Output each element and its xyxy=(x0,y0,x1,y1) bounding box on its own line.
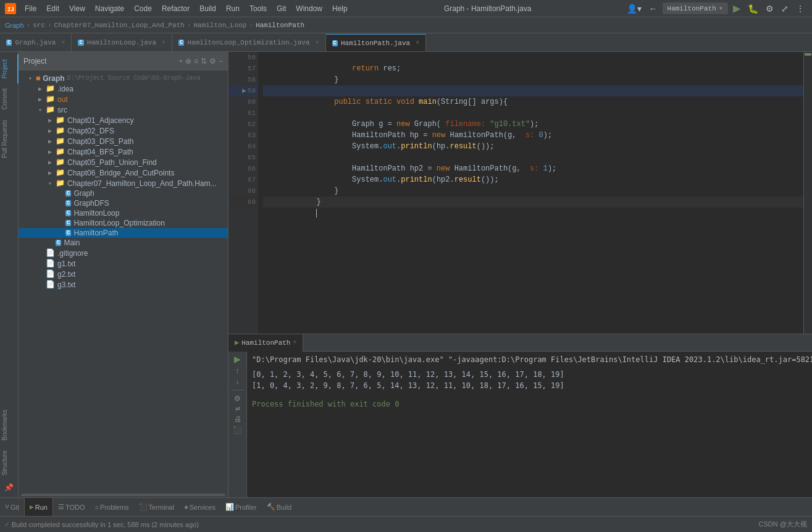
tab-close-3[interactable]: × xyxy=(416,40,419,46)
tab-hamiltonloop-java[interactable]: C HamiltonLoop.java × xyxy=(72,34,172,51)
menu-window[interactable]: Window xyxy=(292,3,326,14)
sidebar-add-btn[interactable]: ⊕ xyxy=(185,57,191,65)
pin-icon[interactable]: 📌 xyxy=(2,481,16,495)
debug-btn[interactable]: 🐛 xyxy=(745,2,761,15)
breadcrumb-item-2[interactable]: Chapter07_Hamilton_Loop_And_Path xyxy=(54,22,185,29)
tab-graph-java[interactable]: C Graph.java × xyxy=(0,34,72,51)
settings-btn[interactable]: ⋮ xyxy=(793,2,807,15)
menu-git[interactable]: Git xyxy=(273,3,290,14)
project-panel-tab[interactable]: Project xyxy=(0,54,19,83)
run-print-btn[interactable]: 🖨 xyxy=(234,415,241,423)
tree-item-main[interactable]: ▶ C Main xyxy=(19,238,228,248)
run-stop-btn[interactable]: ⬛ xyxy=(233,426,242,434)
file-icon-g3txt: 📄 xyxy=(46,280,55,289)
breadcrumb-item-3[interactable]: Hamilton_Loop xyxy=(193,22,246,29)
breadcrumb: Graph › src › Chapter07_Hamilton_Loop_An… xyxy=(0,17,812,33)
sidebar-list-btn[interactable]: ≡ xyxy=(194,57,198,65)
commit-tab[interactable]: Commit xyxy=(0,83,19,114)
folder-icon-src: 📁 xyxy=(46,105,55,114)
bottom-tab-build[interactable]: 🔨 Build xyxy=(262,498,296,517)
sidebar-close-btn[interactable]: − xyxy=(219,57,223,65)
breadcrumb-item-1[interactable]: src xyxy=(33,22,45,29)
run-scroll-up-btn[interactable]: ↑ xyxy=(236,366,240,375)
tree-item-idea[interactable]: ▶ 📁 .idea xyxy=(19,83,228,94)
build-project-btn[interactable]: ⚙ xyxy=(763,2,776,15)
run-cmd-line: "D:\Program Files\Java\jdk-20\bin\java.e… xyxy=(252,354,807,365)
run-status-line: Process finished with exit code 0 xyxy=(252,399,807,410)
run-tab-close[interactable]: × xyxy=(293,339,296,346)
sidebar-settings-btn[interactable]: ⚙ xyxy=(209,57,216,65)
tab-hamiltonpath-java[interactable]: C HamiltonPath.java × xyxy=(326,34,427,51)
run-tab-active[interactable]: ▶ HamiltonPath × xyxy=(228,334,303,352)
bottom-tab-services[interactable]: ◈ Services xyxy=(179,498,220,517)
bottom-tab-todo[interactable]: ☰ TODO xyxy=(53,498,90,517)
tree-item-hamiltonloop-opt[interactable]: ▶ C HamiltonLoop_Optimization xyxy=(19,218,228,228)
menu-refactor[interactable]: Refactor xyxy=(158,3,193,14)
tree-item-g2txt[interactable]: ▶ 📄 g2.txt xyxy=(19,269,228,279)
bottom-tab-profiler[interactable]: 📊 Profiler xyxy=(220,498,262,517)
tab-hamiltonloop-opt-java[interactable]: C HamiltonLoop_Optimization.java × xyxy=(172,34,325,51)
tree-item-chapt04[interactable]: ▶ 📁 Chapt04_BFS_Path xyxy=(19,146,228,157)
tree-item-chapt07[interactable]: ▾ 📁 Chapter07_Hamilton_Loop_And_Path.Ham… xyxy=(19,178,228,188)
tab-close-0[interactable]: × xyxy=(61,40,65,46)
tree-item-chapt02[interactable]: ▶ 📁 Chapt02_DFS xyxy=(19,125,228,136)
tree-item-g1txt[interactable]: ▶ 📄 g1.txt xyxy=(19,258,228,269)
tree-item-chapt03[interactable]: ▶ 📁 Chapt03_DFS_Path xyxy=(19,136,228,146)
bookmarks-tab[interactable]: Bookmarks xyxy=(0,405,19,445)
tree-item-src[interactable]: ▾ 📁 src xyxy=(19,104,228,115)
tab-close-2[interactable]: × xyxy=(316,40,319,46)
tree-item-chapt05[interactable]: ▶ 📁 Chapt05_Path_Union_Find xyxy=(19,157,228,167)
menu-view[interactable]: View xyxy=(65,3,89,14)
tree-label-root: Graph xyxy=(43,74,64,83)
menu-navigate[interactable]: Navigate xyxy=(91,3,128,14)
tree-item-graphdfs[interactable]: ▶ C GraphDFS xyxy=(19,198,228,208)
run-wrap-btn[interactable]: ⇌ xyxy=(235,405,240,412)
menu-edit[interactable]: Edit xyxy=(43,3,63,14)
run-play-btn[interactable]: ▶ xyxy=(234,354,241,364)
tree-item-graph-java[interactable]: ▶ C Graph xyxy=(19,188,228,198)
tab-icon-2: C xyxy=(178,40,184,46)
tab-close-1[interactable]: × xyxy=(162,40,165,46)
project-sidebar: Project ▾ ⊕ ≡ ⇅ ⚙ − ▾ ◼ Graph D:\Project… xyxy=(19,52,228,497)
menu-build[interactable]: Build xyxy=(196,3,220,14)
tree-item-hamiltonloop[interactable]: ▶ C HamiltonLoop xyxy=(19,208,228,218)
code-editor[interactable]: return res; } public static void main(St… xyxy=(258,52,803,334)
bottom-tab-git[interactable]: ⑂ Git xyxy=(0,498,24,517)
tree-item-gitignore[interactable]: ▶ 📄 .gitignore xyxy=(19,248,228,258)
tree-item-hamiltonpath[interactable]: ▶ C HamiltonPath xyxy=(19,228,228,238)
run-btn[interactable]: ▶ xyxy=(730,1,743,15)
run-filter-btn[interactable]: ⚙ xyxy=(234,394,241,403)
sidebar-sort-btn[interactable]: ⇅ xyxy=(201,57,207,65)
bottom-tab-problems[interactable]: ⚠ Problems xyxy=(90,498,133,517)
tree-item-graph-root[interactable]: ▾ ◼ Graph D:\Project Source Code\DS-Grap… xyxy=(19,73,228,83)
run-icon: ▶ xyxy=(235,338,239,347)
sidebar-dropdown-icon[interactable]: ▾ xyxy=(179,57,183,65)
build-icon: 🔨 xyxy=(267,503,275,511)
java-icon-hamiltonloop: C xyxy=(65,210,71,216)
tree-item-chapt06[interactable]: ▶ 📁 Chapt06_Bridge_And_CutPoints xyxy=(19,167,228,178)
project-tree: ▾ ◼ Graph D:\Project Source Code\DS-Grap… xyxy=(19,70,228,492)
branch-dropdown-icon[interactable]: ▾ xyxy=(719,4,723,13)
expand-btn[interactable]: ⤢ xyxy=(779,2,791,15)
menu-code[interactable]: Code xyxy=(130,3,156,14)
tab-label-3: HamiltonPath.java xyxy=(341,40,410,47)
pull-requests-tab[interactable]: Pull Requests xyxy=(0,115,19,163)
run-scroll-down-btn[interactable]: ↓ xyxy=(236,378,240,386)
code-line-58 xyxy=(263,74,803,85)
menu-tools[interactable]: Tools xyxy=(246,3,270,14)
bottom-tab-run[interactable]: ▶ Run xyxy=(24,498,53,517)
tree-item-g3txt[interactable]: ▶ 📄 g3.txt xyxy=(19,279,228,290)
menu-help[interactable]: Help xyxy=(329,3,351,14)
back-btn[interactable]: ← xyxy=(647,2,660,15)
structure-tab[interactable]: Structure xyxy=(0,445,19,481)
menu-run[interactable]: Run xyxy=(222,3,243,14)
java-icon-graphdfs: C xyxy=(65,200,71,206)
breadcrumb-item-0[interactable]: Graph xyxy=(5,22,24,29)
folder-icon-chapt03: 📁 xyxy=(56,137,65,146)
vcs-update-btn[interactable]: 👤▾ xyxy=(624,2,644,15)
code-line-59: public static void main(String[] args){ xyxy=(263,85,803,96)
tree-item-chapt01[interactable]: ▶ 📁 Chapt01_Adjacency xyxy=(19,115,228,125)
bottom-tab-terminal[interactable]: ⬛ Terminal xyxy=(134,498,180,517)
menu-file[interactable]: File xyxy=(21,3,40,14)
tree-item-out[interactable]: ▶ 📁 out xyxy=(19,94,228,104)
